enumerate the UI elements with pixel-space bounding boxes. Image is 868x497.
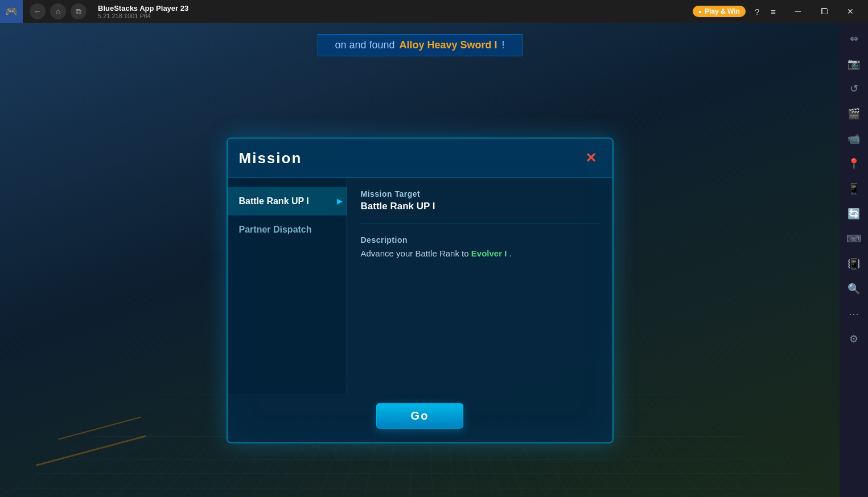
sidebar-rotate-icon[interactable]: 🔄	[842, 202, 865, 225]
sidebar-shake-icon[interactable]: 📳	[842, 252, 865, 275]
titlebar-right-controls: Play & Win ? ≡ ─ ⧠ ✕	[693, 0, 868, 23]
mission-description-section: Description Advance your Battle Rank to …	[361, 235, 599, 272]
app-name-area: BlueStacks App Player 23 5.21.218.1001 P…	[93, 4, 693, 19]
app-logo: 🎮	[0, 0, 23, 23]
mission-target-section: Mission Target Battle Rank UP I	[361, 189, 599, 224]
right-sidebar: ⇔ 📷 ↺ 🎬 📹 📍 📱 🔄 ⌨ 📳 🔍 ⋯ ⚙	[840, 23, 868, 497]
sidebar-more-icon[interactable]: ⋯	[842, 303, 865, 325]
sidebar-search-icon[interactable]: 🔍	[842, 278, 865, 300]
app-version: 5.21.218.1001 P64	[98, 13, 693, 19]
app-name: BlueStacks App Player 23	[98, 4, 693, 13]
mission-detail-panel: Mission Target Battle Rank UP I Descript…	[347, 178, 612, 394]
sidebar-keyboard-icon[interactable]: ⌨	[842, 227, 865, 250]
mission-description-text: Advance your Battle Rank to Evolver I .	[361, 247, 599, 260]
sidebar-settings-icon[interactable]: ⚙	[842, 328, 865, 350]
close-button[interactable]: ✕	[837, 0, 863, 23]
sidebar-screenshot-icon[interactable]: 📷	[842, 52, 865, 75]
mission-target-label: Mission Target	[361, 189, 599, 198]
titlebar-navigation: ← ⌂ ⧉	[23, 3, 93, 19]
dialog-close-button[interactable]: ✕	[581, 148, 601, 168]
mission-item-battle-rank-up[interactable]: Battle Rank UP I	[228, 187, 347, 216]
dialog-header: Mission ✕	[228, 139, 612, 178]
description-text-prefix: Advance your Battle Rank to	[361, 248, 469, 258]
menu-button[interactable]: ≡	[768, 5, 778, 19]
mission-target-value: Battle Rank UP I	[361, 201, 599, 212]
sidebar-phone-icon[interactable]: 📱	[842, 177, 865, 200]
dialog-title: Mission	[239, 149, 302, 167]
home-button[interactable]: ⌂	[50, 3, 66, 19]
sidebar-location-icon[interactable]: 📍	[842, 152, 865, 175]
mission-item-partner-dispatch[interactable]: Partner Dispatch	[228, 216, 347, 244]
playnwin-badge[interactable]: Play & Win	[693, 6, 746, 17]
sidebar-refresh-icon[interactable]: ↺	[842, 77, 865, 100]
back-button[interactable]: ←	[30, 3, 46, 19]
logo-icon: 🎮	[5, 5, 18, 18]
tabs-button[interactable]: ⧉	[71, 3, 87, 19]
notification-item-name: Alloy Heavy Sword I	[400, 39, 497, 51]
notification-suffix: !	[502, 39, 505, 51]
description-text-suffix: .	[509, 248, 512, 258]
description-highlight: Evolver I	[471, 248, 507, 258]
dialog-footer: Go	[228, 394, 612, 442]
restore-button[interactable]: ⧠	[811, 0, 837, 23]
window-controls: ─ ⧠ ✕	[785, 0, 863, 23]
notification-banner: on and found Alloy Heavy Sword I !	[317, 34, 522, 56]
mission-description-label: Description	[361, 235, 599, 245]
mission-list-panel: Battle Rank UP I Partner Dispatch	[228, 178, 347, 394]
notification-prefix: on and found	[335, 39, 394, 51]
dialog-body: Battle Rank UP I Partner Dispatch Missio…	[228, 178, 612, 394]
sidebar-expand-icon[interactable]: ⇔	[842, 27, 865, 50]
minimize-button[interactable]: ─	[785, 0, 811, 23]
sidebar-video-icon[interactable]: 📹	[842, 127, 865, 150]
title-bar: 🎮 ← ⌂ ⧉ BlueStacks App Player 23 5.21.21…	[0, 0, 868, 23]
sidebar-camera-icon[interactable]: 🎬	[842, 102, 865, 125]
mission-dialog: Mission ✕ Battle Rank UP I Partner Dispa…	[227, 138, 614, 444]
help-button[interactable]: ?	[752, 5, 762, 19]
go-button[interactable]: Go	[376, 403, 464, 429]
game-area: on and found Alloy Heavy Sword I ! Missi…	[0, 23, 840, 497]
